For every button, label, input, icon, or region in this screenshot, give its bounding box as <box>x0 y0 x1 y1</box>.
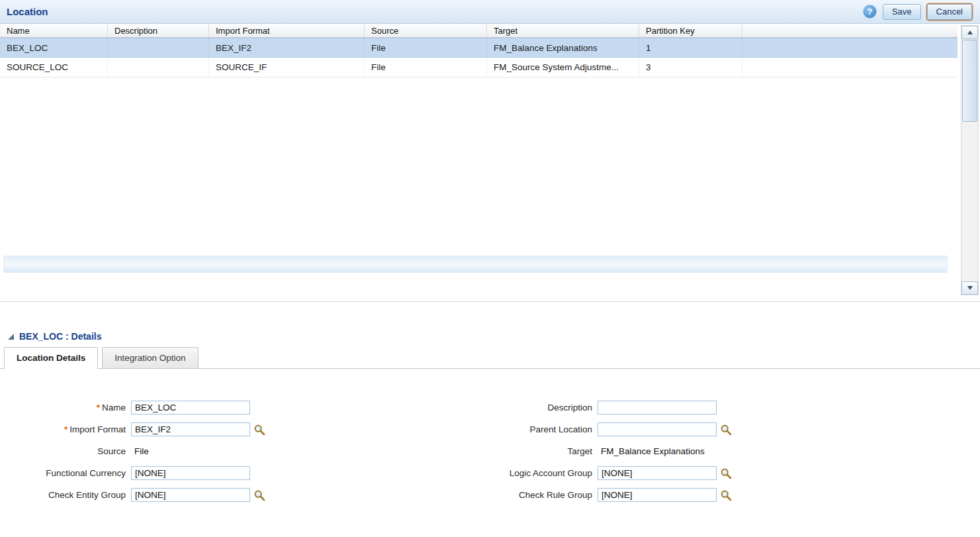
target-value: FM_Balance Explanations <box>601 446 705 456</box>
cell-source: File <box>365 38 487 57</box>
toolbar-actions: ? Save Cancel <box>863 4 980 20</box>
details-tabs: Location Details Integration Option <box>0 346 980 369</box>
cell-source: File <box>365 58 487 77</box>
table-header: Name Description Import Format Source Ta… <box>0 24 958 38</box>
page-title: Location <box>7 6 48 17</box>
scroll-up-button[interactable] <box>961 26 978 39</box>
panel-divider <box>0 301 980 302</box>
cell-filler <box>742 38 958 57</box>
help-icon[interactable]: ? <box>863 5 877 19</box>
import-format-field[interactable] <box>131 422 250 436</box>
description-field[interactable] <box>598 401 717 415</box>
cell-filler <box>742 58 958 77</box>
column-header-partition-key[interactable]: Partition Key <box>639 24 742 37</box>
cell-target: FM_Balance Explanations <box>487 38 639 57</box>
parent-location-search-icon[interactable] <box>720 424 732 436</box>
name-label: *Name <box>0 403 126 413</box>
form-row: Source File Target FM_Balance Explanatio… <box>0 440 980 462</box>
required-marker: * <box>64 424 67 434</box>
horizontal-scrollbar-track[interactable] <box>3 256 948 273</box>
form-row: Functional Currency Logic Account Group <box>0 462 980 484</box>
details-panel: BEX_LOC : Details Location Details Integ… <box>0 322 980 506</box>
column-header-target[interactable]: Target <box>487 24 639 37</box>
arrow-up-icon <box>967 30 973 34</box>
details-title: BEX_LOC : Details <box>19 331 101 342</box>
check-rule-group-field[interactable] <box>598 488 717 502</box>
tab-integration-option[interactable]: Integration Option <box>102 347 198 368</box>
disclosure-triangle-icon[interactable] <box>7 333 15 340</box>
cell-description <box>108 58 209 77</box>
required-marker: * <box>97 403 100 413</box>
check-entity-group-search-icon[interactable] <box>253 489 265 501</box>
functional-currency-field[interactable] <box>131 466 250 480</box>
source-label: Source <box>0 446 126 456</box>
cell-target: FM_Source System Adjustme... <box>487 58 639 77</box>
column-header-filler <box>742 24 958 37</box>
logic-account-group-field[interactable] <box>598 466 717 480</box>
check-rule-group-label: Check Rule Group <box>430 490 592 500</box>
scrollbar-thumb[interactable] <box>962 40 977 122</box>
cancel-button[interactable]: Cancel <box>927 4 972 20</box>
functional-currency-label: Functional Currency <box>0 468 126 478</box>
details-header: BEX_LOC : Details <box>0 329 980 344</box>
scroll-down-button[interactable] <box>961 281 978 295</box>
cell-partition-key: 1 <box>639 38 742 57</box>
target-label: Target <box>430 446 592 456</box>
toolbar: Location ? Save Cancel <box>0 0 980 24</box>
tab-location-details[interactable]: Location Details <box>4 347 98 368</box>
check-rule-group-search-icon[interactable] <box>720 489 732 501</box>
form-row: *Import Format Parent Location <box>0 418 980 440</box>
name-field[interactable] <box>131 401 250 415</box>
import-format-search-icon[interactable] <box>253 424 265 436</box>
cell-name: SOURCE_LOC <box>0 58 108 77</box>
check-entity-group-label: Check Entity Group <box>0 490 126 500</box>
logic-account-group-search-icon[interactable] <box>720 467 732 479</box>
check-entity-group-field[interactable] <box>131 488 250 502</box>
help-icon-glyph: ? <box>867 7 872 17</box>
description-label: Description <box>430 403 592 413</box>
form-row: Check Entity Group Check Rule Group <box>0 484 980 506</box>
column-header-name[interactable]: Name <box>0 24 108 37</box>
arrow-down-icon <box>967 286 973 290</box>
save-button[interactable]: Save <box>883 4 921 20</box>
parent-location-label: Parent Location <box>430 424 592 434</box>
cell-description <box>108 38 209 57</box>
source-value: File <box>134 446 149 456</box>
vertical-scrollbar[interactable] <box>961 25 979 295</box>
cell-partition-key: 3 <box>639 58 742 77</box>
location-details-form: *Name Description *Import Format Parent … <box>0 397 980 506</box>
form-row: *Name Description <box>0 397 980 418</box>
cell-import-format: BEX_IF2 <box>209 38 365 57</box>
logic-account-group-label: Logic Account Group <box>430 468 592 478</box>
import-format-label: *Import Format <box>0 424 126 434</box>
cell-name: BEX_LOC <box>0 38 108 57</box>
table-row-source-loc[interactable]: SOURCE_LOC SOURCE_IF File FM_Source Syst… <box>0 58 958 77</box>
column-header-source[interactable]: Source <box>365 24 487 37</box>
table-row-bex-loc[interactable]: BEX_LOC BEX_IF2 File FM_Balance Explanat… <box>0 38 958 58</box>
cell-import-format: SOURCE_IF <box>209 58 365 77</box>
column-header-description[interactable]: Description <box>108 24 209 37</box>
column-header-import-format[interactable]: Import Format <box>209 24 365 37</box>
parent-location-field[interactable] <box>598 422 717 436</box>
